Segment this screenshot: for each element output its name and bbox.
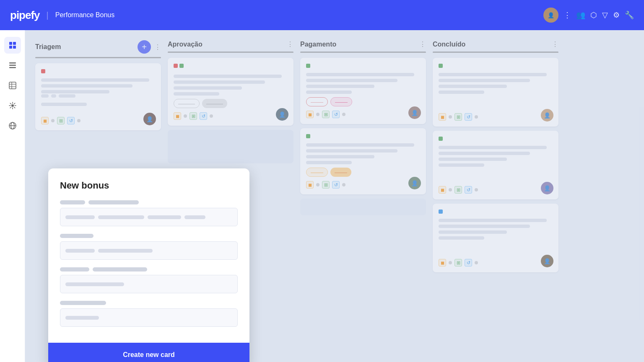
svg-rect-5 bbox=[9, 65, 16, 66]
wrench-icon[interactable]: 🔧 bbox=[625, 10, 634, 20]
board-area: Triagem + ⋮ bbox=[25, 30, 644, 362]
page-title: Performance Bonus bbox=[55, 11, 114, 19]
filter-icon[interactable]: ▽ bbox=[602, 10, 608, 20]
svg-rect-4 bbox=[9, 62, 16, 64]
svg-rect-0 bbox=[9, 42, 12, 45]
form-input-4[interactable] bbox=[60, 308, 238, 327]
topnav: pipefy | Performance Bonus 👤 ⋮ 👥 ⬡ ▽ ⚙ 🔧 bbox=[0, 0, 644, 30]
sidebar-item-globe[interactable] bbox=[4, 117, 21, 134]
main-layout: Triagem + ⋮ bbox=[0, 30, 644, 362]
sidebar-item-grid[interactable] bbox=[4, 37, 21, 54]
sidebar-item-list[interactable] bbox=[4, 57, 21, 74]
export-icon[interactable]: ⬡ bbox=[590, 10, 597, 20]
form-input-1[interactable] bbox=[60, 208, 238, 226]
svg-rect-6 bbox=[9, 67, 16, 68]
form-field-2 bbox=[60, 234, 238, 260]
settings-icon[interactable]: ⚙ bbox=[613, 10, 620, 20]
form-field-3 bbox=[60, 267, 238, 293]
create-new-card-button[interactable]: Create new card bbox=[60, 351, 238, 359]
svg-point-11 bbox=[11, 104, 14, 107]
modal-title: New bonus bbox=[60, 180, 238, 191]
more-icon[interactable]: ⋮ bbox=[564, 10, 571, 20]
form-input-2[interactable] bbox=[60, 241, 238, 260]
sidebar bbox=[0, 30, 25, 362]
sidebar-item-automation[interactable] bbox=[4, 97, 21, 114]
modal-body: New bonus bbox=[48, 168, 249, 343]
svg-rect-3 bbox=[13, 46, 16, 49]
modal-footer: Create new card bbox=[48, 343, 249, 362]
svg-rect-7 bbox=[9, 82, 16, 89]
new-card-modal: New bonus bbox=[48, 168, 249, 362]
user-avatar[interactable]: 👤 bbox=[543, 8, 558, 23]
form-input-3[interactable] bbox=[60, 275, 238, 293]
logo: pipefy bbox=[10, 9, 40, 22]
form-field-1 bbox=[60, 200, 238, 226]
svg-rect-2 bbox=[9, 46, 12, 49]
users-icon[interactable]: 👥 bbox=[576, 10, 585, 20]
sidebar-item-table[interactable] bbox=[4, 77, 21, 94]
logo-area: pipefy | Performance Bonus bbox=[10, 9, 114, 22]
form-field-4 bbox=[60, 301, 238, 327]
topnav-actions: 👤 ⋮ 👥 ⬡ ▽ ⚙ 🔧 bbox=[543, 8, 634, 23]
svg-rect-1 bbox=[13, 42, 16, 45]
